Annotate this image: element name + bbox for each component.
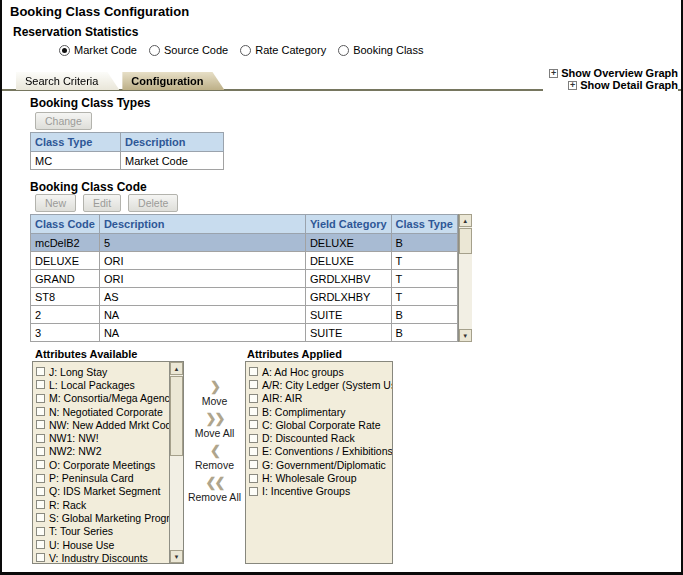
checkbox-icon[interactable] — [36, 553, 45, 562]
booking-class-code-row[interactable]: mcDelB25DELUXEB — [31, 234, 458, 252]
attribute-item-n[interactable]: N: Negotiated Corporate — [36, 405, 169, 418]
checkbox-icon[interactable] — [36, 513, 45, 522]
booking-class-code-row[interactable]: ST8ASGRDLXHBYT — [31, 288, 458, 306]
attribute-item-r[interactable]: R: Rack — [36, 498, 169, 511]
booking-class-code-row[interactable]: 3NASUITEB — [31, 324, 458, 342]
expand-plus-icon[interactable]: + — [549, 69, 558, 78]
column-header-yield-category[interactable]: Yield Category — [305, 215, 391, 234]
attribute-item-d[interactable]: D: Discounted Rack — [249, 431, 392, 444]
radio-button-icon[interactable] — [240, 45, 251, 56]
checkbox-icon[interactable] — [36, 500, 45, 509]
attribute-item-t[interactable]: T: Tour Series — [36, 525, 169, 538]
checkbox-icon[interactable] — [36, 447, 45, 456]
attribute-item-nw[interactable]: NW: New Added Mrkt Code — [36, 418, 169, 431]
show-overview-graph-link[interactable]: +Show Overview Graph — [549, 67, 678, 79]
attribute-item-q[interactable]: Q: IDS Market Segment — [36, 485, 169, 498]
chevron-right-icon[interactable]: ❯ — [210, 380, 219, 393]
attribute-item-a[interactable]: A: Ad Hoc groups — [249, 365, 392, 378]
attribute-item-v[interactable]: V: Industry Discounts — [36, 551, 169, 563]
radio-market-code[interactable]: Market Code — [59, 44, 137, 56]
tab-search-criteria[interactable]: Search Criteria — [16, 72, 119, 90]
checkbox-icon[interactable] — [36, 394, 45, 403]
attribute-item-nw2[interactable]: NW2: NW2 — [36, 445, 169, 458]
scroll-up-button[interactable]: ▲ — [170, 362, 183, 375]
checkbox-icon[interactable] — [249, 420, 258, 429]
attribute-item-g[interactable]: G: Government/Diplomatic — [249, 458, 392, 471]
attribute-item-i[interactable]: I: Incentive Groups — [249, 485, 392, 498]
scroll-up-button[interactable]: ▲ — [459, 214, 472, 227]
radio-source-code[interactable]: Source Code — [149, 44, 228, 56]
checkbox-icon[interactable] — [36, 434, 45, 443]
checkbox-icon[interactable] — [249, 380, 258, 389]
column-header-class-type[interactable]: Class Type — [391, 215, 457, 234]
scroll-thumb[interactable] — [170, 376, 183, 456]
column-header-class-code[interactable]: Class Code — [31, 215, 100, 234]
scroll-down-button[interactable]: ▼ — [459, 329, 472, 342]
checkbox-icon[interactable] — [36, 487, 45, 496]
booking-class-code-row[interactable]: DELUXEORIDELUXET — [31, 252, 458, 270]
column-header-class-type[interactable]: Class Type — [31, 133, 121, 152]
checkbox-icon[interactable] — [249, 474, 258, 483]
attribute-item-j[interactable]: J: Long Stay — [36, 365, 169, 378]
checkbox-icon[interactable] — [36, 367, 45, 376]
column-header-description[interactable]: Description — [99, 215, 305, 234]
attribute-item-l[interactable]: L: Local Packages — [36, 378, 169, 391]
scroll-track[interactable] — [459, 255, 472, 329]
checkbox-icon[interactable] — [36, 420, 45, 429]
attribute-item-s[interactable]: S: Global Marketing Programme — [36, 511, 169, 524]
attribute-item-b[interactable]: B: Complimentary — [249, 405, 392, 418]
radio-button-icon[interactable] — [59, 45, 70, 56]
remove-all-button[interactable]: ❮❮Remove All — [188, 476, 241, 503]
attribute-item-c[interactable]: C: Global Corporate Rate — [249, 418, 392, 431]
checkbox-icon[interactable] — [36, 380, 45, 389]
chevron-left-icon[interactable]: ❮ — [210, 444, 219, 457]
scroll-track[interactable] — [170, 457, 183, 550]
attribute-item-u[interactable]: U: House Use — [36, 538, 169, 551]
radio-booking-class[interactable]: Booking Class — [338, 44, 423, 56]
attribute-item-m[interactable]: M: Consortia/Mega Agencies — [36, 392, 169, 405]
attribute-item-o[interactable]: O: Corporate Meetings — [36, 458, 169, 471]
checkbox-icon[interactable] — [249, 460, 258, 469]
change-button[interactable]: Change — [35, 112, 92, 130]
attribute-item-nw1[interactable]: NW1: NW! — [36, 431, 169, 444]
attribute-item-a-r[interactable]: A/R: City Ledger (System Used) — [249, 378, 392, 391]
checkbox-icon[interactable] — [249, 394, 258, 403]
attribute-label: B: Complimentary — [262, 406, 345, 418]
checkbox-icon[interactable] — [249, 434, 258, 443]
remove-button[interactable]: ❮Remove — [195, 444, 234, 471]
scroll-down-button[interactable]: ▼ — [170, 550, 183, 563]
booking-class-code-row[interactable]: 2NASUITEB — [31, 306, 458, 324]
edit-button[interactable]: Edit — [83, 194, 121, 212]
expand-plus-icon[interactable]: + — [568, 81, 577, 90]
radio-rate-category[interactable]: Rate Category — [240, 44, 326, 56]
checkbox-icon[interactable] — [36, 540, 45, 549]
checkbox-icon[interactable] — [249, 367, 258, 376]
radio-button-icon[interactable] — [149, 45, 160, 56]
attribute-item-e[interactable]: E: Conventions / Exhibitions — [249, 445, 392, 458]
tab-configuration[interactable]: Configuration — [122, 72, 224, 90]
booking-class-type-row[interactable]: MCMarket Code — [31, 152, 224, 170]
scroll-thumb[interactable] — [459, 228, 472, 254]
checkbox-icon[interactable] — [36, 460, 45, 469]
checkbox-icon[interactable] — [36, 474, 45, 483]
attribute-item-h[interactable]: H: Wholesale Group — [249, 471, 392, 484]
delete-button[interactable]: Delete — [128, 194, 178, 212]
attribute-item-air[interactable]: AIR: AIR — [249, 392, 392, 405]
checkbox-icon[interactable] — [249, 407, 258, 416]
checkbox-icon[interactable] — [249, 487, 258, 496]
double-chevron-left-icon[interactable]: ❮❮ — [206, 476, 224, 489]
move-button[interactable]: ❯Move — [202, 380, 228, 407]
column-header-description[interactable]: Description — [121, 133, 224, 152]
new-button[interactable]: New — [35, 194, 76, 212]
table-scrollbar[interactable]: ▲ ▼ — [458, 214, 472, 342]
checkbox-icon[interactable] — [36, 527, 45, 536]
show-detail-graph-link[interactable]: +Show Detail Graph — [549, 79, 678, 91]
attribute-item-p[interactable]: P: Peninsula Card — [36, 471, 169, 484]
checkbox-icon[interactable] — [249, 447, 258, 456]
booking-class-code-row[interactable]: GRANDORIGRDLXHBVT — [31, 270, 458, 288]
available-list-scrollbar[interactable]: ▲ ▼ — [169, 362, 183, 563]
radio-button-icon[interactable] — [338, 45, 349, 56]
double-chevron-right-icon[interactable]: ❯❯ — [206, 412, 224, 425]
move-all-button[interactable]: ❯❯Move All — [195, 412, 235, 439]
checkbox-icon[interactable] — [36, 407, 45, 416]
